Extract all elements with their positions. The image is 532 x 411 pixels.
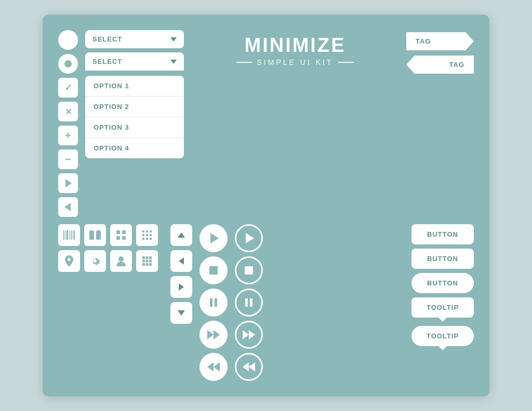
select-arrow-1 [170,37,177,42]
svg-point-22 [118,256,124,262]
svg-rect-18 [150,234,152,236]
svg-marker-34 [179,283,184,291]
select-dropdown-area: SELECT SELECT OPTION 1 OPTION 2 OPTION 3… [85,30,184,217]
media-outline-column [235,224,263,381]
stop-outline-btn[interactable] [235,256,263,284]
svg-rect-27 [146,260,149,263]
pause-solid-icon [210,298,217,307]
select-arrow-2 [170,60,177,64]
arrow-buttons-area [170,224,192,381]
svg-rect-7 [89,230,94,240]
columns-icon-btn[interactable] [84,224,106,246]
svg-rect-31 [149,263,152,266]
svg-rect-19 [142,238,144,240]
pause-outline-btn[interactable] [235,289,263,317]
checkbox-checked[interactable]: ✓ [58,78,78,98]
svg-rect-12 [122,236,126,240]
play-outline-icon [246,233,254,243]
bottom-section: BUTTON BUTTON BUTTON TOOLTIP TOOLTIP [58,224,474,381]
grid-alt-icon-btn[interactable] [136,250,158,272]
svg-rect-3 [69,230,70,240]
x-button[interactable]: ✕ [58,102,78,121]
svg-rect-28 [149,260,152,263]
settings-icon-btn[interactable] [84,250,106,272]
stop-solid-icon [209,266,218,275]
location-icon-btn[interactable] [58,250,80,272]
svg-marker-33 [179,257,184,265]
tag-1[interactable]: TAG [406,32,474,50]
svg-rect-10 [122,230,126,234]
arrow-right-btn[interactable] [170,276,192,298]
button-1[interactable]: BUTTON [411,224,474,244]
top-section: ✓ ✕ + − SELECT SELECT [58,30,474,217]
svg-rect-29 [142,263,145,266]
ff-outline-btn[interactable] [235,321,263,349]
option-2[interactable]: OPTION 2 [85,97,184,117]
arrow-down-btn[interactable] [170,302,192,324]
option-1[interactable]: OPTION 1 [85,76,184,97]
select-button-1[interactable]: SELECT [85,30,184,48]
select-button-2[interactable]: SELECT [85,52,184,71]
icon-row-2 [58,250,158,272]
stop-solid-btn[interactable] [200,256,228,284]
grid-large-icon-btn[interactable] [136,224,158,246]
stop-outline-icon [245,266,253,275]
dropdown-options: OPTION 1 OPTION 2 OPTION 3 OPTION 4 [85,76,184,158]
svg-marker-35 [178,310,185,316]
select-label-1: SELECT [92,35,122,43]
svg-rect-26 [142,260,145,263]
play-right-button[interactable] [58,173,78,193]
rew-outline-icon [243,362,255,372]
svg-rect-0 [63,230,64,240]
left-controls-column: ✓ ✕ + − [58,30,78,217]
play-outline-btn[interactable] [235,224,263,252]
tag-2[interactable]: TAG [406,56,474,74]
svg-rect-23 [142,256,145,259]
icon-row-1 [58,224,158,246]
pause-solid-btn[interactable] [200,289,228,317]
rew-solid-btn[interactable] [200,353,228,381]
title-main: MINIMIZE [245,35,346,55]
tooltip-2-wrapper: TOOLTIP [411,326,474,346]
media-solid-column [200,224,228,381]
option-3[interactable]: OPTION 3 [85,117,184,138]
svg-rect-21 [150,238,152,240]
grid-small-icon-btn[interactable] [110,224,132,246]
tags-area: TAG TAG [406,32,474,217]
svg-rect-4 [71,230,72,240]
option-4[interactable]: OPTION 4 [85,138,184,158]
rew-solid-icon [207,362,220,372]
tooltip-2[interactable]: TOOLTIP [411,326,474,346]
svg-rect-30 [146,263,149,266]
svg-rect-9 [116,230,120,234]
svg-rect-24 [146,256,149,259]
play-left-button[interactable] [58,197,78,217]
ff-solid-icon [207,330,220,339]
main-card: ✓ ✕ + − SELECT SELECT [43,15,489,396]
right-buttons-column: BUTTON BUTTON BUTTON TOOLTIP TOOLTIP [411,224,474,381]
arrow-left-btn[interactable] [170,250,192,272]
radio-button[interactable] [58,54,78,74]
button-3[interactable]: BUTTON [411,273,474,293]
circle-button[interactable] [58,30,78,50]
arrow-up-btn[interactable] [170,224,192,246]
svg-rect-11 [116,236,120,240]
svg-rect-5 [73,230,73,240]
play-solid-btn[interactable] [200,224,228,252]
user-icon-btn[interactable] [110,250,132,272]
svg-rect-16 [142,234,144,236]
tooltip-1[interactable]: TOOLTIP [411,297,474,318]
ff-solid-btn[interactable] [200,321,228,349]
ff-outline-icon [243,330,255,339]
svg-rect-15 [150,230,152,232]
svg-marker-32 [178,232,185,238]
svg-rect-2 [66,230,68,240]
minus-button[interactable]: − [58,149,78,169]
bottom-icon-area [58,224,158,381]
svg-rect-6 [74,230,75,240]
plus-button[interactable]: + [58,126,78,145]
barcode-icon-btn[interactable] [58,224,80,246]
rew-outline-btn[interactable] [235,353,263,381]
select-label-2: SELECT [92,58,122,65]
button-2[interactable]: BUTTON [411,249,474,269]
